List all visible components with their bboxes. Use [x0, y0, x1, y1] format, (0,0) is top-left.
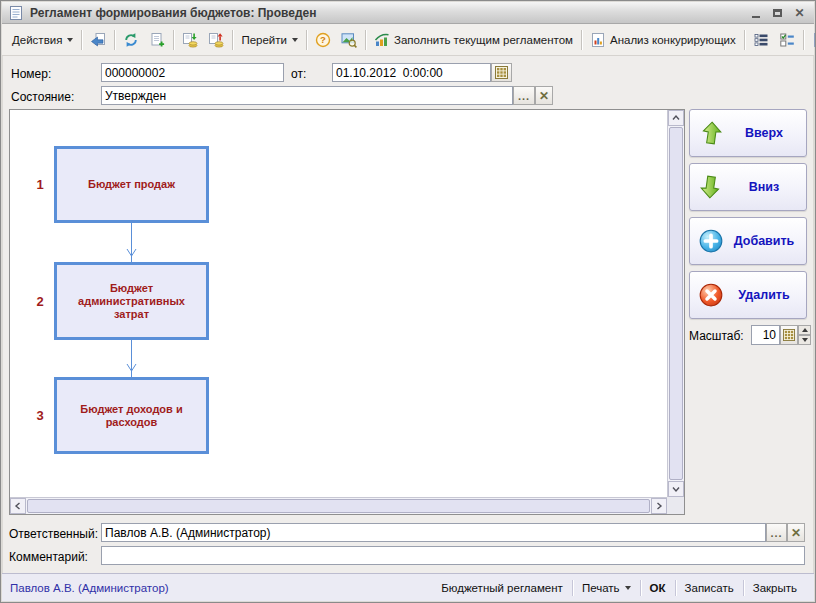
refresh-button[interactable]	[118, 28, 144, 52]
comment-label: Комментарий:	[9, 550, 88, 564]
triangle-down-icon	[802, 338, 808, 342]
scroll-up-button[interactable]	[668, 110, 684, 126]
clear-icon: ✕	[539, 89, 549, 103]
window-title: Регламент формирования бюджетов: Проведе…	[30, 6, 316, 20]
help-icon: ?	[315, 32, 331, 48]
scale-label: Масштаб:	[689, 329, 744, 343]
move-up-label: Вверх	[728, 126, 800, 140]
ellipsis-icon: ...	[770, 527, 782, 539]
delete-icon	[698, 282, 724, 308]
move-down-label: Вниз	[728, 180, 800, 194]
green-arrow-up-icon	[698, 120, 724, 146]
scale-calc-button[interactable]	[780, 325, 798, 345]
app-window: Регламент формирования бюджетов: Проведе…	[0, 0, 816, 603]
add-node-label: Добавить	[728, 234, 800, 248]
vertical-scrollbar[interactable]	[667, 110, 684, 497]
toolbar-separator	[803, 30, 804, 50]
toolbar-separator	[365, 30, 366, 50]
move-up-button[interactable]: Вверх	[689, 109, 807, 157]
fill-current-regulation-button[interactable]: Заполнить текущим регламентом	[369, 28, 578, 52]
list-settings-button[interactable]	[748, 28, 774, 52]
ellipsis-icon: ...	[518, 90, 530, 102]
add-node-button[interactable]: Добавить	[689, 217, 807, 265]
close-form-button[interactable]: Закрыть	[744, 582, 806, 594]
delete-node-label: Удалить	[728, 288, 800, 302]
post-document-button[interactable]	[177, 28, 203, 52]
related-documents-button[interactable]	[807, 28, 816, 52]
document-type-label: Бюджетный регламент	[432, 582, 572, 594]
state-label: Состояние:	[11, 90, 74, 104]
state-select-button[interactable]: ...	[513, 86, 535, 105]
state-clear-button[interactable]: ✕	[535, 86, 553, 105]
structure-view-button[interactable]	[336, 28, 362, 52]
competing-analysis-button[interactable]: Анализ конкурирующих	[585, 28, 741, 52]
flowchart-node-sales[interactable]: Бюджет продаж	[54, 146, 209, 223]
date-label: от:	[291, 67, 306, 81]
clear-icon: ✕	[791, 526, 801, 540]
comment-input[interactable]	[101, 546, 805, 565]
svg-text:?: ?	[320, 34, 326, 45]
print-label: Печать	[582, 582, 620, 594]
date-calendar-button[interactable]	[491, 63, 512, 82]
dropdown-caret-icon	[625, 586, 631, 590]
minimize-button[interactable]	[747, 5, 764, 20]
toolbar-separator	[581, 30, 582, 50]
scrollbar-corner	[667, 497, 684, 514]
toolbar-separator	[114, 30, 115, 50]
titlebar[interactable]: Регламент формирования бюджетов: Проведе…	[2, 2, 814, 24]
node-label: Бюджет продаж	[88, 178, 175, 191]
print-menu-button[interactable]: Печать	[573, 582, 640, 594]
dropdown-caret-icon	[67, 38, 73, 42]
scale-spin-up-button[interactable]	[798, 325, 811, 335]
post-coins-icon	[182, 32, 198, 48]
node-label: Бюджет доходов и расходов	[70, 403, 193, 429]
reread-button[interactable]	[85, 28, 111, 52]
horizontal-scrollbar[interactable]	[10, 497, 667, 514]
scale-input[interactable]	[751, 325, 780, 345]
scale-spin-down-button[interactable]	[798, 335, 811, 345]
actions-menu-button[interactable]: Действия	[7, 30, 78, 50]
scroll-left-button[interactable]	[10, 498, 26, 514]
vertical-scroll-thumb[interactable]	[669, 127, 683, 480]
toolbar: Действия	[2, 24, 814, 56]
unpost-document-button[interactable]	[203, 28, 229, 52]
flowchart-canvas[interactable]: 1 Бюджет продаж 2 Бюджет административны…	[10, 110, 667, 497]
scale-spinner	[798, 325, 811, 345]
responsible-label: Ответственный:	[9, 527, 98, 541]
responsible-input[interactable]	[101, 523, 766, 542]
calculator-icon	[783, 329, 795, 341]
goto-menu-button[interactable]: Перейти	[236, 30, 303, 50]
maximize-button[interactable]	[769, 5, 786, 20]
save-button[interactable]: Записать	[676, 582, 743, 594]
state-input[interactable]	[101, 86, 513, 105]
delete-node-button[interactable]: Удалить	[689, 271, 807, 319]
responsible-select-button[interactable]: ...	[766, 523, 787, 542]
toolbar-separator	[232, 30, 233, 50]
help-button[interactable]: ?	[310, 28, 336, 52]
toolbar-separator	[306, 30, 307, 50]
copy-button[interactable]	[144, 28, 170, 52]
node-number: 3	[30, 377, 50, 454]
flowchart-node-admin-costs[interactable]: Бюджет административных затрат	[54, 262, 209, 340]
chevron-down-icon	[671, 484, 681, 494]
scroll-right-button[interactable]	[651, 498, 667, 514]
checklist-settings-button[interactable]	[774, 28, 800, 52]
current-user-label: Павлов А.В. (Администратор)	[10, 582, 432, 594]
analysis-chart-icon	[590, 32, 606, 48]
number-input[interactable]	[101, 63, 284, 82]
toolbar-separator	[744, 30, 745, 50]
date-input[interactable]	[332, 63, 491, 82]
blue-document-icon	[812, 32, 816, 48]
chevron-right-icon	[654, 501, 664, 511]
horizontal-scroll-thumb[interactable]	[27, 499, 650, 513]
scroll-down-button[interactable]	[668, 481, 684, 497]
ok-button[interactable]: ОК	[641, 582, 675, 594]
node-label: Бюджет административных затрат	[70, 282, 193, 321]
move-down-button[interactable]: Вниз	[689, 163, 807, 211]
doc-back-arrow-icon	[90, 32, 106, 48]
flowchart-node-income-expense[interactable]: Бюджет доходов и расходов	[54, 377, 209, 454]
dropdown-caret-icon	[292, 38, 298, 42]
responsible-clear-button[interactable]: ✕	[787, 523, 805, 542]
close-button[interactable]: ✕	[791, 5, 808, 20]
list-icon	[753, 32, 769, 48]
